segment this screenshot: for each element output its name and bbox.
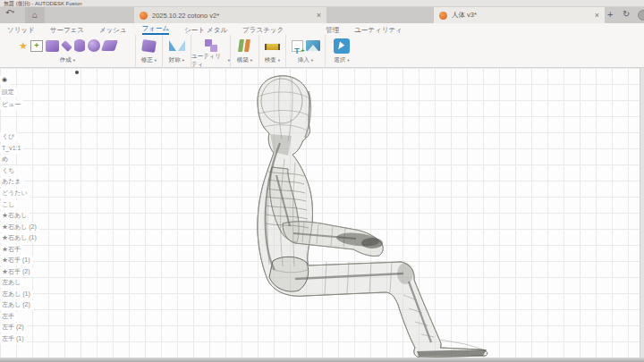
browser-item[interactable]: め	[0, 155, 11, 164]
document-title: 人体 v3*	[452, 11, 589, 20]
home-icon[interactable]: ⌂	[25, 7, 45, 23]
close-icon[interactable]: ×	[317, 11, 321, 20]
window-title: 無題 (復旧) - AUTODESK Fusion	[4, 0, 82, 7]
human-body-model[interactable]	[0, 68, 644, 362]
browser-item-views[interactable]: ビュー	[0, 100, 23, 110]
undo-icon[interactable]: ↶▾	[5, 8, 14, 17]
chevron-down-icon: ▾	[250, 58, 252, 63]
form-cylinder-icon[interactable]	[74, 39, 85, 52]
decal-icon[interactable]: T+	[292, 40, 303, 52]
tab-utilities[interactable]: ユーティリティ	[354, 25, 402, 35]
fusion-logo-icon	[439, 12, 447, 20]
select-cursor-icon[interactable]	[334, 38, 350, 54]
browser-item[interactable]: くび	[0, 132, 17, 142]
browser-item[interactable]: どうたい	[0, 189, 30, 198]
utilities-dropdown[interactable]: ユーティリティ▾	[191, 55, 230, 65]
chevron-down-icon: ▾	[311, 58, 313, 63]
add-tab-icon[interactable]: +	[607, 9, 613, 20]
convert-icon[interactable]	[204, 39, 218, 52]
select-dropdown[interactable]: 選択▾	[326, 55, 358, 65]
toolbar-group-symmetry: 対称▾	[163, 35, 191, 67]
insert-dropdown[interactable]: 挿入▾	[286, 55, 325, 65]
create-dropdown[interactable]: 作成▾	[0, 55, 135, 65]
browser-item[interactable]: 左あし	[0, 278, 23, 288]
modify-dropdown[interactable]: 修正▾	[136, 55, 162, 65]
ribbon: ソリッド サーフェス メッシュ フォーム シート メタル プラスチック 管理 ユ…	[0, 23, 644, 68]
chevron-down-icon: ▾	[155, 58, 157, 63]
group-label: ユーティリティ	[191, 53, 226, 69]
tab-solid[interactable]: ソリッド	[7, 25, 35, 35]
dot-icon	[75, 71, 79, 74]
form-sphere-icon[interactable]	[88, 39, 100, 52]
group-label: 対称	[169, 56, 181, 64]
ribbon-tab-row: ソリッド サーフェス メッシュ フォーム シート メタル プラスチック 管理 ユ…	[0, 23, 644, 35]
tab-form[interactable]: フォーム	[142, 23, 170, 35]
fusion-logo-icon	[140, 12, 148, 20]
browser-item[interactable]: 左手	[0, 312, 17, 322]
canvas-image-icon[interactable]	[306, 40, 320, 51]
group-label: 修正	[141, 56, 153, 64]
group-label: 選択	[334, 56, 345, 64]
star-icon[interactable]: ★	[19, 41, 28, 51]
browser-item-settings[interactable]: 設定	[0, 88, 17, 97]
browser-item[interactable]: T_v1:1	[0, 144, 23, 154]
construct-dropdown[interactable]: 構築▾	[231, 55, 258, 65]
toolbar-group-modify: 修正▾	[136, 35, 163, 67]
chevron-down-icon: ▾	[228, 58, 230, 63]
browser-item[interactable]: 左手 (1)	[0, 334, 27, 344]
document-tab-jintai[interactable]: 人体 v3* ×	[434, 7, 605, 23]
tab-manage[interactable]: 管理	[326, 25, 339, 35]
browser-item[interactable]: ★右あし	[0, 211, 30, 221]
form-box-icon[interactable]	[46, 40, 59, 52]
fusion-window: 無題 (復旧) - AUTODESK Fusion ↶▾ ⌂ 2025.10.2…	[0, 0, 644, 362]
toolbar-group-inspect: 検査▾	[259, 35, 286, 67]
browser-item[interactable]: ★右あし (1)	[0, 233, 39, 243]
tab-mesh[interactable]: メッシュ	[99, 25, 127, 35]
tab-surface[interactable]: サーフェス	[50, 25, 84, 35]
browser-item[interactable]: ★右手	[0, 245, 23, 255]
form-plane-icon[interactable]	[61, 40, 72, 52]
radio-icon[interactable]: ◉	[0, 75, 10, 85]
browser-item[interactable]: ★右あし (2)	[0, 223, 39, 232]
browser-item[interactable]: 左あし (2)	[0, 300, 33, 310]
window-bottom-edge	[0, 358, 644, 362]
plus-badge: +	[301, 47, 304, 54]
toolbar-group-select: 選択▾	[326, 35, 358, 67]
document-tab-cotono[interactable]: 2025.10.22 cotono v2* ×	[134, 7, 326, 23]
toolbar-group-create: ★ + 作成▾	[0, 35, 136, 67]
form-face-icon[interactable]	[101, 40, 118, 51]
group-label: 構築	[237, 56, 249, 64]
close-icon[interactable]: ×	[595, 11, 599, 20]
tab-plastic[interactable]: プラスチック	[242, 25, 284, 35]
undo-arrow: ↶	[5, 8, 13, 17]
measure-icon[interactable]	[265, 44, 280, 50]
chevron-down-icon: ▾	[73, 58, 75, 63]
browser-item[interactable]: くち	[0, 166, 17, 176]
inspect-dropdown[interactable]: 検査▾	[259, 55, 285, 65]
group-label: 挿入	[298, 56, 309, 64]
group-label: 作成	[60, 56, 72, 64]
new-form-body-icon[interactable]: +	[30, 40, 43, 52]
symmetry-dropdown[interactable]: 対称▾	[163, 55, 191, 65]
document-tabstrip: ↶▾ ⌂ 2025.10.22 cotono v2* × 人体 v3* × + …	[0, 7, 644, 23]
browser-item[interactable]: あたま	[0, 177, 24, 187]
browser-item[interactable]: 左あし (1)	[0, 290, 33, 299]
browser-item[interactable]: ★右手 (2)	[0, 267, 33, 277]
sync-icon[interactable]: ↻	[623, 9, 630, 19]
avatar[interactable]	[638, 10, 644, 21]
toolbar-group-construct: 構築▾	[231, 35, 259, 67]
mirror-icon[interactable]	[169, 39, 185, 52]
edit-form-icon[interactable]	[141, 39, 157, 53]
document-title: 2025.10.22 cotono v2*	[152, 12, 311, 20]
toolbar-group-utilities: ユーティリティ▾	[191, 35, 231, 67]
browser-item[interactable]: ★右手 (1)	[0, 256, 33, 265]
toolbar: ★ + 作成▾ 修正▾ 対称▾ ユーティリテ	[0, 35, 644, 67]
tab-sheetmetal[interactable]: シート メタル	[184, 25, 227, 35]
construct-plane-icon[interactable]	[238, 39, 251, 52]
viewport[interactable]: ◉ 設定 ビュー くび T_v1:1 め くち あたま どうたい こし ★右あし…	[0, 68, 644, 362]
chevron-down-icon: ▾	[182, 58, 184, 63]
browser-item[interactable]: 左手 (2)	[0, 323, 27, 333]
chevron-down-icon: ▾	[13, 9, 15, 14]
chevron-down-icon: ▾	[347, 58, 349, 63]
browser-item[interactable]: こし	[0, 200, 17, 210]
